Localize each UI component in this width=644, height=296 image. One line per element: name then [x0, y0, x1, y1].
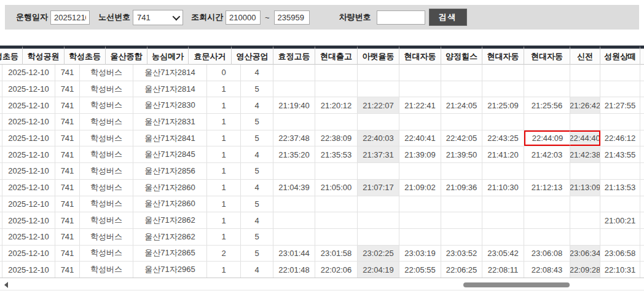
operation-date-input[interactable]	[50, 10, 90, 25]
cell-arrival-time	[399, 229, 441, 245]
cell-vehicle: 울산71자2856	[133, 163, 207, 179]
cell-arrival-time: 22:05:55	[399, 262, 441, 278]
cell-route: 741	[55, 180, 80, 196]
cell-arrival-time	[315, 81, 358, 97]
cell-company: 학성버스	[80, 180, 133, 196]
cell-arrival-time	[399, 163, 441, 179]
cell-route: 741	[55, 81, 80, 97]
cell-company: 학성버스	[80, 97, 133, 113]
cell-date: 2025-12-10	[2, 246, 55, 262]
cell-date: 2025-12-10	[2, 81, 55, 97]
cell-arrival-time	[399, 212, 441, 228]
cell-vehicle: 울산71자2830	[133, 97, 207, 113]
column-header: 성원상떼	[600, 46, 640, 65]
cell-cut	[640, 146, 644, 162]
cell-date: 2025-12-10	[2, 114, 55, 130]
cell-arrival-time: 23:03:52	[441, 246, 482, 262]
route-number-label: 노선번호	[98, 12, 130, 23]
column-header: 현대자동	[399, 46, 441, 65]
horizontal-scrollbar-thumb[interactable]	[463, 282, 570, 287]
cell-arrival-time	[358, 212, 399, 228]
cell-arrival-time: 21:07:17	[358, 180, 399, 196]
route-number-select[interactable]: 741	[133, 10, 183, 25]
table-row[interactable]: 2025-12-10741학성버스울산71자28601421:04:3921:0…	[0, 180, 644, 196]
cell-arrival-time: 22:02:06	[315, 262, 358, 278]
cell-arrival-time	[273, 212, 315, 228]
cell-arrival-time: 21:09:36	[441, 180, 482, 196]
cell-arrival-time	[358, 229, 399, 245]
cell-arrival-time	[273, 65, 315, 81]
cell-arrival-time: 21:22:07	[358, 97, 399, 113]
column-header: 신전	[570, 46, 600, 65]
cell-arrival-time	[441, 114, 482, 130]
cell-arrival-time: 21:39:50	[441, 146, 482, 162]
table-row[interactable]: 2025-12-10741학성버스울산71자29651422:01:4822:0…	[0, 262, 644, 278]
column-header: 학성초등	[65, 46, 106, 65]
column-header: 현대출고	[315, 46, 358, 65]
table-row[interactable]: 2025-12-10741학성버스울산71자283115	[0, 114, 644, 130]
column-header: 울산종합	[106, 46, 147, 65]
cell-date: 2025-12-10	[2, 163, 55, 179]
scrollbar-bottom-divider	[0, 290, 644, 290]
cell-arrival-time: 22:37:48	[273, 130, 315, 146]
cell-cut	[640, 246, 644, 262]
scrollbar-left-arrow-icon[interactable]	[4, 282, 8, 288]
table-row[interactable]: 2025-12-10741학성버스울산71자281415	[0, 81, 644, 98]
table-row[interactable]: 2025-12-10741학성버스울산71자285615	[0, 163, 644, 180]
table-row[interactable]: 2025-12-10741학성버스울산71자286015	[0, 196, 644, 213]
table-row[interactable]: 2025-12-10741학성버스울산71자28301421:19:4021:2…	[0, 97, 644, 114]
cell-company: 학성버스	[80, 81, 133, 97]
cell-count-2: 4	[241, 262, 273, 278]
vehicle-number-label: 차량번호	[339, 12, 371, 23]
cell-arrival-time: 21:09:02	[399, 180, 441, 196]
cell-company: 학성버스	[80, 229, 133, 245]
cell-cut	[640, 180, 644, 196]
cell-arrival-time: 21:20:12	[315, 97, 358, 113]
cell-date: 2025-12-10	[2, 196, 55, 212]
search-button[interactable]: 검색	[429, 9, 467, 26]
cell-route: 741	[55, 212, 80, 228]
cell-arrival-time: 21:25:09	[482, 97, 524, 113]
cell-cut	[640, 97, 644, 113]
cell-arrival-time: 21:00:21	[600, 212, 640, 228]
cell-arrival-time	[399, 196, 441, 212]
table-row[interactable]: 2025-12-10741학성버스울산71자28621421:00:21	[0, 212, 644, 229]
table-row[interactable]: 2025-12-10741학성버스울산71자281404	[0, 65, 644, 81]
cell-count-1: 1	[207, 97, 241, 113]
cell-date: 2025-12-10	[2, 180, 55, 196]
table-row[interactable]: 2025-12-10741학성버스울산71자28652523:01:4423:0…	[0, 246, 644, 262]
cell-arrival-time: 22:46:12	[600, 130, 640, 146]
cell-arrival-time: 23:03:19	[399, 246, 441, 262]
cell-company: 학성버스	[80, 114, 133, 130]
cell-arrival-time	[570, 81, 600, 97]
table-header-row: 성초등학성공원학성초등울산종합농심메가효문사거영산공업효정고등현대출고아랫율동현…	[0, 46, 644, 65]
cell-arrival-time	[524, 212, 570, 228]
cell-arrival-time: 21:35:53	[315, 146, 358, 162]
cell-arrival-time	[273, 81, 315, 97]
cell-cut	[640, 212, 644, 228]
cell-arrival-time	[570, 229, 600, 245]
cell-arrival-time: 21:42:03	[524, 146, 570, 162]
table-row[interactable]: 2025-12-10741학성버스울산71자28451421:35:2021:3…	[0, 146, 644, 163]
cell-route: 741	[55, 163, 80, 179]
cell-arrival-time	[441, 229, 482, 245]
query-time-label: 조회시간	[191, 12, 223, 23]
cell-arrival-time	[600, 81, 640, 97]
cell-arrival-time	[358, 163, 399, 179]
cell-count-1: 2	[207, 246, 241, 262]
query-time-to-input[interactable]	[274, 10, 310, 25]
query-time-from-input[interactable]	[226, 10, 261, 25]
cell-vehicle: 울산71자2862	[133, 212, 207, 228]
cell-count-1: 1	[207, 146, 241, 162]
cell-arrival-time	[482, 81, 524, 97]
cell-arrival-time	[482, 229, 524, 245]
table-row[interactable]: 2025-12-10741학성버스울산71자28411522:37:4822:3…	[0, 130, 644, 147]
cell-company: 학성버스	[80, 262, 133, 278]
cell-company: 학성버스	[80, 196, 133, 212]
cell-arrival-time: 21:04:39	[273, 180, 315, 196]
vehicle-number-input[interactable]	[377, 10, 425, 25]
table-row[interactable]: 2025-12-10741학성버스울산71자286215	[0, 229, 644, 246]
cell-count-1: 1	[207, 81, 241, 97]
cell-cut	[640, 81, 644, 97]
cell-arrival-time: 21:35:20	[273, 146, 315, 162]
